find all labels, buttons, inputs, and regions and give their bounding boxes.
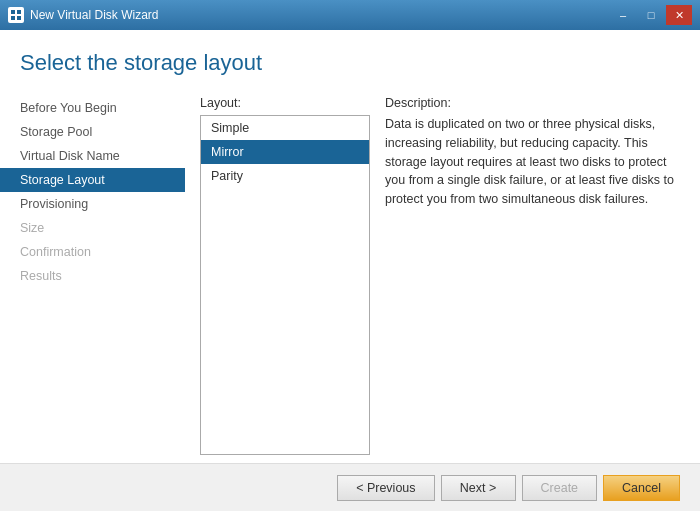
svg-rect-2 (11, 16, 15, 20)
svg-rect-1 (17, 10, 21, 14)
nav-item-virtual-disk-name[interactable]: Virtual Disk Name (0, 144, 185, 168)
app-icon (8, 7, 24, 23)
description-text: Data is duplicated on two or three physi… (385, 115, 680, 209)
minimize-button[interactable]: – (610, 5, 636, 25)
nav-item-storage-pool[interactable]: Storage Pool (0, 120, 185, 144)
nav-item-size: Size (0, 216, 185, 240)
svg-rect-0 (11, 10, 15, 14)
nav-item-confirmation: Confirmation (0, 240, 185, 264)
title-bar: New Virtual Disk Wizard – □ ✕ (0, 0, 700, 30)
nav-item-results: Results (0, 264, 185, 288)
layout-list: Simple Mirror Parity (200, 115, 370, 455)
svg-rect-3 (17, 16, 21, 20)
nav-item-storage-layout[interactable]: Storage Layout (0, 168, 185, 192)
next-button[interactable]: Next > (441, 475, 516, 501)
layout-item-simple[interactable]: Simple (201, 116, 369, 140)
window-title: New Virtual Disk Wizard (30, 8, 158, 22)
nav-item-provisioning[interactable]: Provisioning (0, 192, 185, 216)
layout-item-parity[interactable]: Parity (201, 164, 369, 188)
layout-item-mirror[interactable]: Mirror (201, 140, 369, 164)
close-button[interactable]: ✕ (666, 5, 692, 25)
page-title: Select the storage layout (20, 50, 680, 76)
layout-label: Layout: (200, 96, 370, 110)
description-label: Description: (385, 96, 680, 110)
nav-item-before-you-begin[interactable]: Before You Begin (0, 96, 185, 120)
maximize-button[interactable]: □ (638, 5, 664, 25)
previous-button[interactable]: < Previous (337, 475, 434, 501)
wizard-nav: Before You Begin Storage Pool Virtual Di… (0, 86, 185, 463)
cancel-button[interactable]: Cancel (603, 475, 680, 501)
wizard-footer: < Previous Next > Create Cancel (0, 463, 700, 511)
create-button[interactable]: Create (522, 475, 598, 501)
